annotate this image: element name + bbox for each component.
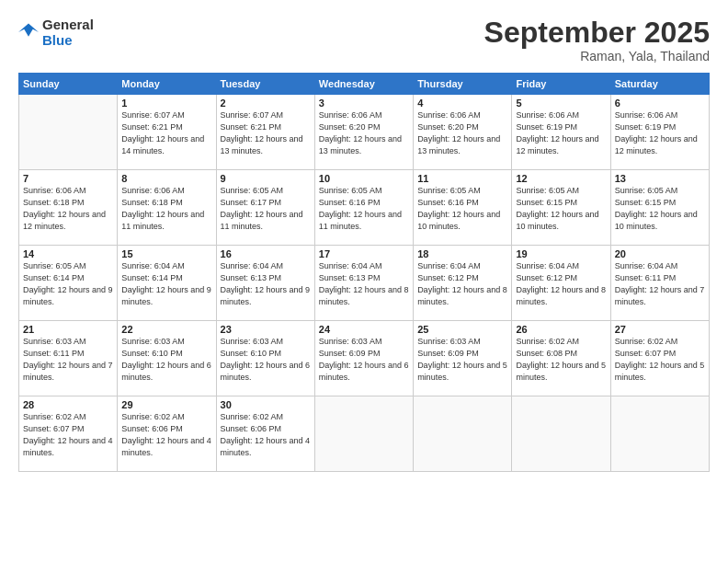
day-info: Sunrise: 6:05 AMSunset: 6:17 PMDaylight:… (221, 185, 311, 233)
calendar-week-row: 14Sunrise: 6:05 AMSunset: 6:14 PMDayligh… (19, 246, 710, 321)
day-number: 3 (319, 98, 409, 109)
day-number: 13 (615, 173, 705, 184)
col-tuesday: Tuesday (216, 74, 314, 95)
calendar-week-row: 28Sunrise: 6:02 AMSunset: 6:07 PMDayligh… (19, 396, 710, 472)
table-row: 21Sunrise: 6:03 AMSunset: 6:11 PMDayligh… (19, 321, 118, 396)
table-row: 18Sunrise: 6:04 AMSunset: 6:12 PMDayligh… (414, 246, 512, 321)
day-number: 10 (319, 173, 409, 184)
day-info: Sunrise: 6:02 AMSunset: 6:08 PMDaylight:… (516, 336, 606, 384)
calendar-table: Sunday Monday Tuesday Wednesday Thursday… (18, 73, 710, 472)
day-number: 18 (417, 248, 507, 259)
day-number: 22 (121, 324, 211, 335)
table-row (414, 396, 512, 472)
day-number: 11 (417, 173, 507, 184)
table-row: 9Sunrise: 6:05 AMSunset: 6:17 PMDaylight… (216, 170, 314, 246)
day-number: 9 (221, 173, 311, 184)
day-number: 27 (615, 324, 705, 335)
table-row: 8Sunrise: 6:06 AMSunset: 6:18 PMDaylight… (118, 170, 216, 246)
table-row: 23Sunrise: 6:03 AMSunset: 6:10 PMDayligh… (216, 321, 314, 396)
col-thursday: Thursday (414, 74, 512, 95)
day-info: Sunrise: 6:04 AMSunset: 6:13 PMDaylight:… (319, 260, 409, 308)
day-number: 5 (516, 98, 606, 109)
day-info: Sunrise: 6:02 AMSunset: 6:07 PMDaylight:… (615, 336, 705, 384)
table-row: 16Sunrise: 6:04 AMSunset: 6:13 PMDayligh… (216, 246, 314, 321)
day-info: Sunrise: 6:04 AMSunset: 6:13 PMDaylight:… (221, 260, 311, 308)
day-number: 15 (121, 248, 211, 259)
logo-text: General Blue (42, 17, 94, 49)
day-number: 2 (221, 98, 311, 109)
table-row: 20Sunrise: 6:04 AMSunset: 6:11 PMDayligh… (610, 246, 709, 321)
col-friday: Friday (512, 74, 610, 95)
day-number: 30 (221, 399, 311, 410)
day-number: 14 (23, 248, 113, 259)
table-row: 24Sunrise: 6:03 AMSunset: 6:09 PMDayligh… (314, 321, 413, 396)
table-row: 10Sunrise: 6:05 AMSunset: 6:16 PMDayligh… (314, 170, 413, 246)
day-number: 4 (417, 98, 507, 109)
day-info: Sunrise: 6:06 AMSunset: 6:18 PMDaylight:… (23, 185, 113, 233)
day-info: Sunrise: 6:06 AMSunset: 6:19 PMDaylight:… (615, 109, 705, 157)
table-row: 11Sunrise: 6:05 AMSunset: 6:16 PMDayligh… (414, 170, 512, 246)
calendar-header-row: Sunday Monday Tuesday Wednesday Thursday… (19, 74, 710, 95)
table-row (610, 396, 709, 472)
header: General Blue September 2025 Raman, Yala,… (18, 17, 710, 63)
calendar-week-row: 21Sunrise: 6:03 AMSunset: 6:11 PMDayligh… (19, 321, 710, 396)
table-row: 15Sunrise: 6:04 AMSunset: 6:14 PMDayligh… (118, 246, 216, 321)
day-info: Sunrise: 6:05 AMSunset: 6:16 PMDaylight:… (417, 185, 507, 233)
day-info: Sunrise: 6:02 AMSunset: 6:06 PMDaylight:… (221, 411, 311, 459)
table-row: 4Sunrise: 6:06 AMSunset: 6:20 PMDaylight… (414, 95, 512, 170)
month-title: September 2025 (484, 17, 710, 49)
table-row: 29Sunrise: 6:02 AMSunset: 6:06 PMDayligh… (118, 396, 216, 472)
col-saturday: Saturday (610, 74, 709, 95)
table-row (19, 95, 118, 170)
table-row: 7Sunrise: 6:06 AMSunset: 6:18 PMDaylight… (19, 170, 118, 246)
table-row: 28Sunrise: 6:02 AMSunset: 6:07 PMDayligh… (19, 396, 118, 472)
day-info: Sunrise: 6:07 AMSunset: 6:21 PMDaylight:… (121, 109, 211, 157)
svg-marker-0 (18, 24, 39, 37)
day-info: Sunrise: 6:03 AMSunset: 6:09 PMDaylight:… (417, 336, 507, 384)
table-row: 17Sunrise: 6:04 AMSunset: 6:13 PMDayligh… (314, 246, 413, 321)
day-number: 1 (121, 98, 211, 109)
table-row: 19Sunrise: 6:04 AMSunset: 6:12 PMDayligh… (512, 246, 610, 321)
day-number: 17 (319, 248, 409, 259)
logo: General Blue (18, 17, 94, 49)
day-number: 6 (615, 98, 705, 109)
day-number: 12 (516, 173, 606, 184)
col-sunday: Sunday (19, 74, 118, 95)
day-info: Sunrise: 6:05 AMSunset: 6:14 PMDaylight:… (23, 260, 113, 308)
day-info: Sunrise: 6:04 AMSunset: 6:12 PMDaylight:… (516, 260, 606, 308)
logo-blue: Blue (42, 32, 73, 48)
day-info: Sunrise: 6:06 AMSunset: 6:18 PMDaylight:… (121, 185, 211, 233)
day-number: 29 (121, 399, 211, 410)
table-row: 30Sunrise: 6:02 AMSunset: 6:06 PMDayligh… (216, 396, 314, 472)
table-row: 6Sunrise: 6:06 AMSunset: 6:19 PMDaylight… (610, 95, 709, 170)
day-info: Sunrise: 6:06 AMSunset: 6:20 PMDaylight:… (319, 109, 409, 157)
day-number: 19 (516, 248, 606, 259)
table-row: 3Sunrise: 6:06 AMSunset: 6:20 PMDaylight… (314, 95, 413, 170)
day-info: Sunrise: 6:02 AMSunset: 6:07 PMDaylight:… (23, 411, 113, 459)
day-info: Sunrise: 6:02 AMSunset: 6:06 PMDaylight:… (121, 411, 211, 459)
day-info: Sunrise: 6:04 AMSunset: 6:14 PMDaylight:… (121, 260, 211, 308)
day-number: 21 (23, 324, 113, 335)
table-row: 5Sunrise: 6:06 AMSunset: 6:19 PMDaylight… (512, 95, 610, 170)
day-info: Sunrise: 6:05 AMSunset: 6:16 PMDaylight:… (319, 185, 409, 233)
day-info: Sunrise: 6:03 AMSunset: 6:11 PMDaylight:… (23, 336, 113, 384)
day-info: Sunrise: 6:07 AMSunset: 6:21 PMDaylight:… (221, 109, 311, 157)
logo-general: General (42, 17, 94, 32)
day-number: 26 (516, 324, 606, 335)
day-number: 23 (221, 324, 311, 335)
day-number: 16 (221, 248, 311, 259)
table-row: 13Sunrise: 6:05 AMSunset: 6:15 PMDayligh… (610, 170, 709, 246)
table-row: 22Sunrise: 6:03 AMSunset: 6:10 PMDayligh… (118, 321, 216, 396)
table-row: 27Sunrise: 6:02 AMSunset: 6:07 PMDayligh… (610, 321, 709, 396)
table-row: 26Sunrise: 6:02 AMSunset: 6:08 PMDayligh… (512, 321, 610, 396)
day-info: Sunrise: 6:04 AMSunset: 6:12 PMDaylight:… (417, 260, 507, 308)
day-number: 20 (615, 248, 705, 259)
day-number: 25 (417, 324, 507, 335)
day-info: Sunrise: 6:04 AMSunset: 6:11 PMDaylight:… (615, 260, 705, 308)
day-info: Sunrise: 6:06 AMSunset: 6:19 PMDaylight:… (516, 109, 606, 157)
day-info: Sunrise: 6:03 AMSunset: 6:10 PMDaylight:… (221, 336, 311, 384)
col-monday: Monday (118, 74, 216, 95)
table-row: 12Sunrise: 6:05 AMSunset: 6:15 PMDayligh… (512, 170, 610, 246)
day-info: Sunrise: 6:03 AMSunset: 6:10 PMDaylight:… (121, 336, 211, 384)
day-info: Sunrise: 6:03 AMSunset: 6:09 PMDaylight:… (319, 336, 409, 384)
